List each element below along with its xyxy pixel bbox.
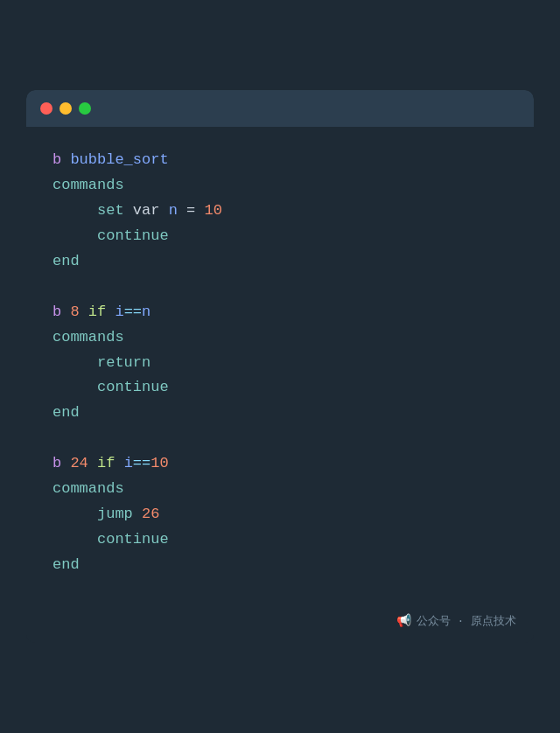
footer: 📢 公众号 · 原点技术 (26, 604, 534, 643)
code-line: b bubble_sort (52, 148, 508, 173)
code-line: end (52, 249, 508, 275)
code-line: continue (52, 375, 508, 401)
close-button[interactable] (40, 102, 52, 115)
footer-text: 公众号 · 原点技术 (416, 613, 516, 629)
code-line: set var n = 10 (52, 199, 508, 224)
code-line: commands (52, 325, 508, 351)
code-line: end (52, 553, 508, 578)
maximize-button[interactable] (79, 102, 91, 115)
code-content: b bubble_sort commands set var n = 10 co… (26, 127, 534, 604)
code-line: jump 26 (52, 502, 508, 527)
code-line: commands (52, 173, 508, 199)
code-line: continue (52, 527, 508, 553)
footer-icon: 📢 (396, 613, 411, 628)
code-line (52, 275, 508, 300)
code-line: continue (52, 224, 508, 249)
code-line: b 24 if i==10 (52, 451, 508, 477)
titlebar (26, 90, 534, 127)
minimize-button[interactable] (60, 102, 72, 115)
code-line: b 8 if i==n (52, 300, 508, 325)
code-line: end (52, 401, 508, 426)
code-line (52, 426, 508, 451)
terminal-window: b bubble_sort commands set var n = 10 co… (26, 90, 534, 642)
code-line: return (52, 351, 508, 376)
code-line: commands (52, 477, 508, 502)
